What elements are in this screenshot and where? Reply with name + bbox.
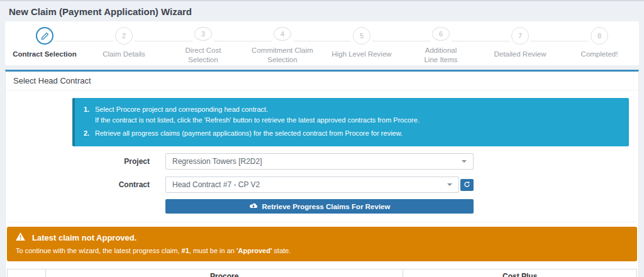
step-number-badge[interactable]: 8 bbox=[591, 27, 608, 45]
step-label: Detailed Review bbox=[494, 50, 546, 60]
step-number-badge[interactable]: 3 bbox=[194, 27, 212, 41]
step-label: Commitment Claim Selection bbox=[244, 46, 321, 65]
instruction-number: 1. bbox=[84, 104, 95, 126]
project-select-value: Regression Towers [R2D2] bbox=[172, 157, 462, 166]
wizard-step-commitment-claim-selection[interactable]: 4 Commitment Claim Selection bbox=[243, 27, 322, 65]
step-label: Additional Line Items bbox=[418, 46, 464, 65]
wizard-step-claim-details[interactable]: 2 Claim Details bbox=[84, 27, 164, 65]
refresh-contracts-button[interactable] bbox=[460, 179, 474, 191]
wizard-step-additional-line-items[interactable]: 6 Additional Line Items bbox=[401, 27, 480, 65]
group-header-actions bbox=[8, 269, 46, 277]
wizard-step-direct-cost-selection[interactable]: 3 Direct Cost Selection bbox=[164, 27, 243, 65]
instruction-item-1: 1. Select Procore project and correspond… bbox=[84, 104, 620, 126]
step-number-badge[interactable]: 6 bbox=[432, 27, 450, 41]
instruction-number: 2. bbox=[84, 128, 95, 139]
step-number-badge[interactable]: 2 bbox=[115, 27, 133, 45]
step-number-badge[interactable]: 7 bbox=[511, 27, 529, 45]
contract-form-row: Contract Head Contract #7 - CP V2 bbox=[7, 177, 637, 193]
step-label: Contract Selection bbox=[13, 50, 77, 60]
instruction-text: Retrieve all progress claims (payment ap… bbox=[95, 128, 402, 139]
panel-body: 1. Select Procore project and correspond… bbox=[6, 90, 638, 277]
wizard-step-completed[interactable]: 8 Completed! bbox=[560, 27, 639, 65]
wizard-step-contract-selection[interactable]: Contract Selection bbox=[5, 27, 84, 65]
project-label: Project bbox=[7, 157, 165, 166]
contract-select[interactable]: Head Contract #7 - CP V2 bbox=[165, 177, 459, 193]
pencil-icon[interactable] bbox=[36, 27, 53, 45]
caret-down-icon bbox=[462, 160, 467, 163]
step-number-badge[interactable]: 4 bbox=[274, 27, 291, 41]
project-form-row: Project Regression Towers [R2D2] bbox=[7, 153, 637, 170]
instructions-info-box: 1. Select Procore project and correspond… bbox=[72, 98, 629, 146]
step-number-badge[interactable]: 5 bbox=[353, 27, 370, 45]
alert-message: To continue with the wizard, the latest … bbox=[16, 247, 628, 254]
step-label: Completed! bbox=[581, 50, 618, 60]
project-select[interactable]: Regression Towers [R2D2] bbox=[165, 153, 474, 170]
step-label: Claim Details bbox=[103, 50, 145, 60]
page-title: New Claim (Payment Application) Wizard bbox=[0, 1, 644, 21]
select-head-contract-panel: Select Head Contract 1. Select Procore p… bbox=[5, 70, 639, 277]
warning-triangle-icon bbox=[16, 232, 25, 242]
instruction-item-2: 2. Retrieve all progress claims (payment… bbox=[84, 128, 620, 139]
cloud-download-icon bbox=[249, 202, 258, 210]
step-label: High Level Review bbox=[331, 50, 391, 60]
retrieve-button-label: Retrieve Progress Claims For Review bbox=[262, 203, 391, 210]
caret-down-icon bbox=[447, 183, 452, 186]
group-header-cost-plus: Cost Plus bbox=[403, 269, 637, 277]
table-group-header-row: Procore Cost Plus bbox=[8, 269, 637, 277]
panel-title: Select Head Contract bbox=[6, 72, 638, 90]
instruction-text: Select Procore project and corresponding… bbox=[95, 104, 419, 126]
alert-title: Latest claim not Approved. bbox=[32, 233, 136, 242]
contract-select-value: Head Contract #7 - CP V2 bbox=[172, 180, 447, 189]
progress-claims-table: Procore Cost Plus Actions # Period Billi… bbox=[7, 269, 637, 277]
step-label: Direct Cost Selection bbox=[178, 46, 228, 65]
wizard-step-high-level-review[interactable]: 5 High Level Review bbox=[322, 27, 401, 65]
retrieve-progress-claims-button[interactable]: Retrieve Progress Claims For Review bbox=[165, 199, 474, 214]
wizard-steps: Contract Selection 2 Claim Details 3 Dir… bbox=[5, 21, 639, 65]
wizard-step-detailed-review[interactable]: 7 Detailed Review bbox=[480, 27, 560, 65]
section-divider bbox=[7, 222, 637, 222]
claim-not-approved-alert: Latest claim not Approved. To continue w… bbox=[7, 227, 637, 261]
alert-title-row: Latest claim not Approved. bbox=[16, 232, 628, 242]
refresh-icon bbox=[464, 180, 470, 190]
contract-label: Contract bbox=[7, 180, 165, 189]
group-header-procore: Procore bbox=[46, 269, 403, 277]
